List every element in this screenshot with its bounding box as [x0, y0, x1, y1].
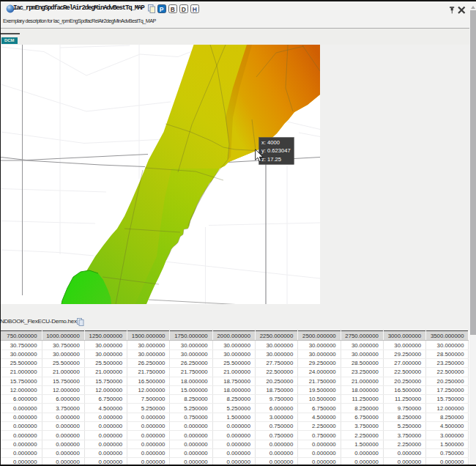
- svg-text:x: 4000: x: 4000: [261, 139, 280, 146]
- svg-text:y: 0.623047: y: 0.623047: [261, 147, 291, 154]
- svg-text:z: 17.25: z: 17.25: [261, 156, 281, 163]
